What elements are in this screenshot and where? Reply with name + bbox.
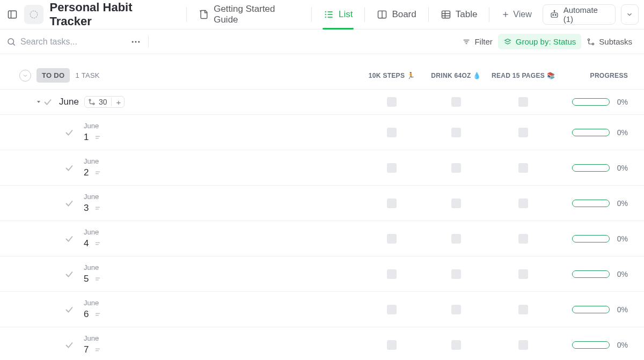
workspace-icon[interactable] — [24, 5, 43, 24]
checkbox-steps[interactable] — [387, 199, 397, 208]
add-view-button[interactable]: View — [495, 6, 538, 23]
task-status-icon[interactable] — [64, 234, 74, 244]
toolbar-more-button[interactable] — [128, 34, 144, 50]
subtask-row[interactable]: June 6 0% — [0, 292, 644, 327]
checkbox-read[interactable] — [518, 199, 528, 208]
checkbox-drink[interactable] — [451, 128, 461, 137]
search-input[interactable] — [20, 37, 112, 47]
checkbox-drink[interactable] — [451, 199, 461, 208]
checkbox-steps[interactable] — [387, 269, 397, 279]
column-header-progress[interactable]: PROGRESS — [558, 72, 628, 79]
checkbox-steps[interactable] — [387, 340, 397, 350]
collapse-subtasks-button[interactable] — [35, 99, 42, 105]
subtask-row[interactable]: June 1 0% — [0, 115, 644, 150]
checkbox-read[interactable] — [518, 97, 528, 107]
task-status-icon[interactable] — [43, 97, 53, 107]
description-icon[interactable] — [94, 204, 101, 212]
subtask-month-label: June — [84, 299, 101, 307]
description-icon[interactable] — [94, 275, 101, 283]
tab-table[interactable]: Table — [434, 5, 484, 24]
subtask-count: 30 — [99, 98, 107, 106]
tab-getting-started[interactable]: Getting Started Guide — [192, 5, 306, 24]
description-icon[interactable] — [94, 169, 101, 177]
checkbox-drink[interactable] — [451, 269, 461, 279]
subtask-day-label[interactable]: 3 — [84, 203, 89, 214]
description-icon[interactable] — [94, 346, 101, 354]
subtask-day-label[interactable]: 6 — [84, 309, 89, 320]
progress-percent: 0% — [614, 270, 628, 278]
task-status-icon[interactable] — [64, 305, 74, 314]
add-subtask-button[interactable]: + — [116, 98, 121, 106]
subtask-row[interactable]: June 2 0% — [0, 150, 644, 186]
filter-icon — [462, 38, 471, 46]
checkbox-read[interactable] — [518, 269, 528, 279]
checkbox-drink[interactable] — [451, 163, 461, 173]
status-badge[interactable]: TO DO — [36, 68, 70, 83]
subtask-day-label[interactable]: 4 — [84, 238, 89, 249]
description-icon[interactable] — [94, 134, 101, 141]
svg-marker-32 — [37, 101, 40, 103]
filter-label: Filter — [474, 37, 492, 46]
subtask-day-label[interactable]: 5 — [84, 274, 89, 284]
filter-button[interactable]: Filter — [457, 34, 497, 49]
task-row-parent[interactable]: June 30 + 0% — [0, 89, 644, 115]
progress-percent: 0% — [614, 234, 628, 243]
search-box[interactable] — [6, 37, 125, 47]
progress-bar — [572, 200, 610, 207]
checkbox-steps[interactable] — [387, 305, 397, 314]
description-icon[interactable] — [94, 311, 101, 318]
task-status-icon[interactable] — [64, 340, 74, 350]
checkbox-read[interactable] — [518, 234, 528, 244]
column-header-steps[interactable]: 10K STEPS 🏃 — [360, 72, 424, 79]
checkbox-read[interactable] — [518, 305, 528, 314]
svg-point-30 — [588, 39, 590, 40]
task-status-icon[interactable] — [64, 163, 74, 173]
progress-bar — [572, 341, 610, 349]
column-header-read[interactable]: READ 15 PAGES 📚 — [488, 72, 558, 79]
subtask-count-chip[interactable]: 30 + — [84, 96, 125, 108]
divider — [489, 7, 489, 22]
subtask-row[interactable]: June 7 0% — [0, 327, 644, 360]
subtask-row[interactable]: June 4 0% — [0, 221, 644, 256]
subtask-row[interactable]: June 3 0% — [0, 186, 644, 221]
column-header-drink[interactable]: DRINK 64OZ 💧 — [424, 72, 488, 79]
checkbox-read[interactable] — [518, 128, 528, 137]
checkbox-read[interactable] — [518, 163, 528, 173]
svg-rect-0 — [8, 11, 16, 18]
page-title[interactable]: Personal Habit Tracker — [50, 1, 175, 28]
task-status-icon[interactable] — [64, 269, 74, 279]
subtask-day-label[interactable]: 7 — [84, 344, 89, 355]
subtask-month-label: June — [84, 157, 101, 165]
checkbox-steps[interactable] — [387, 163, 397, 173]
checkbox-steps[interactable] — [387, 128, 397, 137]
subtask-day-label[interactable]: 2 — [84, 167, 89, 178]
subtask-day-label[interactable]: 1 — [84, 132, 89, 143]
board-icon — [377, 9, 387, 20]
checkbox-drink[interactable] — [451, 234, 461, 244]
groupby-label: Group by: Status — [516, 37, 576, 46]
checkbox-drink[interactable] — [451, 97, 461, 107]
group-expand-button[interactable] — [19, 70, 31, 82]
checkbox-steps[interactable] — [387, 97, 397, 107]
tab-board[interactable]: Board — [370, 5, 422, 24]
group-header: TO DO 1 TASK 10K STEPS 🏃 DRINK 64OZ 💧 RE… — [0, 54, 644, 89]
divider — [311, 7, 312, 22]
task-status-icon[interactable] — [64, 128, 74, 137]
task-status-icon[interactable] — [64, 199, 74, 208]
svg-point-24 — [132, 41, 134, 42]
checkbox-drink[interactable] — [451, 340, 461, 350]
subtasks-button[interactable]: Subtasks — [581, 34, 638, 49]
checkbox-drink[interactable] — [451, 305, 461, 314]
automate-button[interactable]: Automate (1) — [543, 4, 616, 25]
header-chevron-button[interactable] — [621, 4, 639, 25]
task-name[interactable]: June — [59, 97, 79, 107]
progress-percent: 0% — [614, 199, 628, 208]
panel-toggle-button[interactable] — [5, 8, 19, 21]
subtask-row[interactable]: June 5 0% — [0, 256, 644, 292]
tab-list[interactable]: List — [317, 5, 359, 24]
description-icon[interactable] — [94, 240, 101, 247]
checkbox-steps[interactable] — [387, 234, 397, 244]
checkbox-read[interactable] — [518, 340, 528, 350]
groupby-button[interactable]: Group by: Status — [498, 34, 582, 49]
add-view-label: View — [513, 10, 531, 19]
